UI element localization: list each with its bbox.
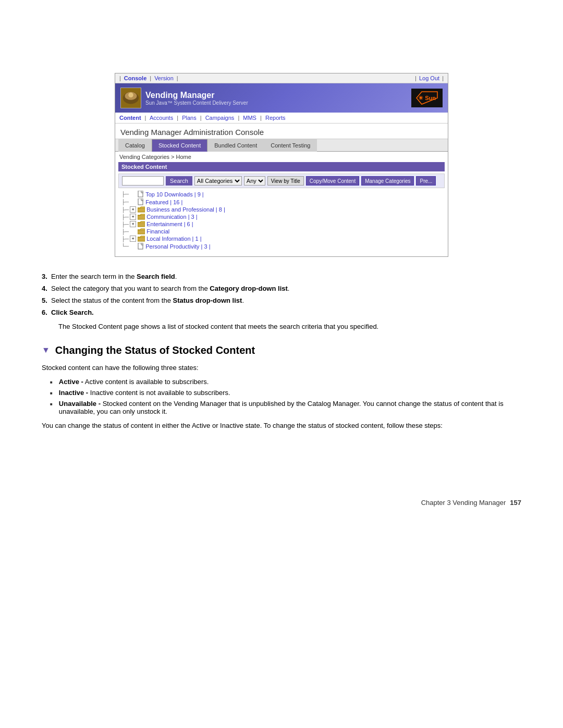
nav-content[interactable]: Content	[119, 115, 141, 121]
list-item: ├─ + Local Information | 1 |	[121, 235, 442, 242]
nav-mms[interactable]: MMS	[243, 115, 256, 121]
status-select[interactable]: Any	[244, 176, 265, 186]
step-3: 3. Enter the search term in the Search f…	[42, 273, 521, 280]
manage-categories-button[interactable]: Manage Categories	[361, 176, 414, 186]
version-link[interactable]: Version	[154, 75, 174, 81]
list-item: ├─ + Business and Professional | 8 |	[121, 206, 442, 213]
tree-link-financial[interactable]: Financial	[146, 228, 169, 235]
para1: Stocked content can have the following t…	[42, 363, 521, 373]
console-title-bar: Vending Manager Administration Console	[115, 124, 448, 139]
step-6-detail: The Stocked Content page shows a list of…	[42, 322, 521, 332]
nav-plans[interactable]: Plans	[182, 115, 197, 121]
logout-link[interactable]: Log Out	[419, 75, 439, 81]
step-6: 6. Click Search.	[42, 309, 521, 316]
search-input[interactable]	[122, 176, 164, 186]
tree-link-entertainment[interactable]: Entertainment | 6 |	[146, 221, 193, 227]
app-title: Vending Manager	[145, 91, 248, 100]
search-button[interactable]: Search	[166, 176, 192, 186]
list-item-unavailable: Unavailable - Stocked content on the Ven…	[50, 400, 521, 415]
triangle-icon: ▼	[42, 346, 50, 355]
svg-rect-8	[138, 199, 143, 205]
svg-point-3	[128, 93, 133, 98]
app-window: | Console | Version | | Log Out |	[115, 73, 448, 257]
breadcrumb: Vending Categories > Home	[115, 152, 448, 162]
category-select[interactable]: All Categories	[194, 176, 242, 186]
pre-button[interactable]: Pre...	[416, 176, 436, 186]
expand-icon[interactable]: +	[130, 214, 136, 220]
section2-heading: ▼ Changing the Status of Stocked Content	[42, 344, 521, 356]
step-5: 5. Select the status of the content from…	[42, 297, 521, 304]
header-band: Vending Manager Sun Java™ System Content…	[115, 83, 448, 113]
doc-icon	[138, 199, 144, 205]
tab-content-testing[interactable]: Content Testing	[264, 139, 317, 152]
svg-text:☀ Sun: ☀ Sun	[418, 95, 436, 101]
list-item: └─ Personal Productivity | 3 |	[121, 242, 442, 250]
expand-icon[interactable]: +	[130, 236, 136, 242]
list-item-inactive: Inactive - Inactive content is not avail…	[50, 389, 521, 397]
list-item: ├─ + Communication | 3 |	[121, 213, 442, 220]
tab-stocked-content[interactable]: Stocked Content	[152, 139, 207, 152]
svg-rect-7	[138, 191, 143, 197]
list-item: ├─ Featured | 16 |	[121, 198, 442, 206]
footer-chapter: Chapter 3 Vending Manager	[421, 499, 506, 507]
app-subtitle: Sun Java™ System Content Delivery Server	[145, 100, 248, 106]
sun-logo: ☀ Sun	[411, 89, 443, 107]
step-4: 4. Select the category that you want to …	[42, 285, 521, 292]
top-bar: | Console | Version | | Log Out |	[115, 73, 448, 83]
list-item: ├─ + Entertainment | 6 |	[121, 220, 442, 228]
folder-icon	[138, 236, 145, 242]
tree-container: ├─ Top 10 Downloads | 9 | ├─ Featured | …	[118, 188, 445, 252]
tab-bundled-content[interactable]: Bundled Content	[207, 139, 264, 152]
tab-catalog[interactable]: Catalog	[118, 139, 152, 152]
nav-reports[interactable]: Reports	[265, 115, 286, 121]
console-title: Vending Manager Administration Console	[120, 128, 443, 137]
content-section: Stocked Content Search All Categories An…	[115, 162, 448, 256]
nav-accounts[interactable]: Accounts	[150, 115, 173, 121]
footer: Chapter 3 Vending Manager 157	[0, 488, 563, 517]
list-item: ├─ Top 10 Downloads | 9 |	[121, 190, 442, 198]
section-header: Stocked Content	[118, 162, 445, 171]
folder-icon	[138, 228, 145, 235]
tabs-bar: Catalog Stocked Content Bundled Content …	[115, 139, 448, 152]
app-logo	[120, 88, 141, 108]
bullet-list: Active - Active content is available to …	[42, 378, 521, 415]
tree-link-local[interactable]: Local Information | 1 |	[146, 236, 201, 242]
nav-campaigns[interactable]: Campaigns	[205, 115, 235, 121]
doc-icon	[138, 243, 144, 250]
page-number: 157	[510, 499, 521, 507]
list-item-active: Active - Active content is available to …	[50, 378, 521, 386]
console-link[interactable]: Console	[124, 75, 146, 81]
list-item: ├─ Financial	[121, 228, 442, 235]
tree-link-personal[interactable]: Personal Productivity | 3 |	[145, 243, 210, 250]
copy-move-content-button[interactable]: Copy/Move Content	[306, 176, 359, 186]
folder-icon	[138, 206, 145, 213]
view-by-title-button[interactable]: View by Title	[267, 176, 304, 186]
svg-rect-9	[138, 243, 143, 249]
section2-title: Changing the Status of Stocked Content	[55, 344, 255, 356]
folder-icon	[138, 214, 145, 220]
folder-icon	[138, 221, 145, 227]
expand-icon[interactable]: +	[130, 221, 136, 227]
expand-icon[interactable]: +	[130, 206, 136, 213]
tree-link-business[interactable]: Business and Professional | 8 |	[146, 206, 225, 213]
tree-link-communication[interactable]: Communication | 3 |	[146, 214, 197, 220]
doc-icon	[138, 191, 144, 198]
nav-bar: Content | Accounts | Plans | Campaigns |…	[115, 113, 448, 124]
search-toolbar: Search All Categories Any View by Title …	[118, 174, 445, 188]
tree-link-featured[interactable]: Featured | 16 |	[145, 199, 182, 205]
para2: You can change the status of content in …	[42, 421, 521, 431]
tree-link-top10[interactable]: Top 10 Downloads | 9 |	[145, 191, 204, 198]
